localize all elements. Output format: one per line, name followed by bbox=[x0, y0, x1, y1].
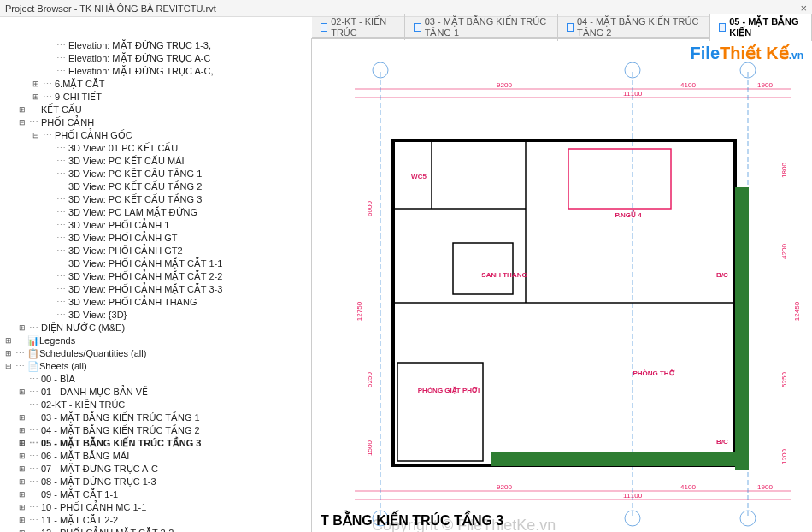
tree-item[interactable]: ⋯3D View: PHỐI CẢNH THANG bbox=[0, 296, 311, 309]
svg-text:PHÒNG GIẶT PHƠI: PHÒNG GIẶT PHƠI bbox=[418, 386, 480, 394]
tree-item[interactable]: ⊞⋯03 - MẶT BẰNG KIẾN TRÚC TẦNG 1 bbox=[0, 411, 311, 424]
view-tab[interactable]: 05 - MẶT BẰNG KIẾN bbox=[710, 14, 812, 41]
tree-item[interactable]: ⋯00 - BÌA bbox=[0, 373, 311, 386]
tree-item-label: 01 - DANH MỤC BẢN VẼ bbox=[41, 386, 148, 399]
tree-item-label: 3D View: PHỐI CẢNH 1 bbox=[68, 219, 169, 232]
collapse-icon[interactable]: ⊟ bbox=[31, 129, 41, 142]
tree-item[interactable]: ⋯3D View: PC KẾT CẤU TẦNG 3 bbox=[0, 193, 311, 206]
sheet-icon bbox=[414, 23, 421, 32]
drawing-canvas[interactable]: FileThiết Kế.vn Copyright © FileThietKe.… bbox=[312, 38, 812, 532]
tree-item[interactable]: ⊞⋯6.MẶT CẮT bbox=[0, 78, 311, 91]
tree-item-label: Elevation: MẶT ĐỨNG TRỤC 1-3, bbox=[68, 39, 211, 52]
tree-item[interactable]: ⊞⋯08 - MẶT ĐỨNG TRỤC 1-3 bbox=[0, 476, 311, 488]
view-tab[interactable]: 03 - MẶT BẰNG KIẾN TRÚC TẦNG 1 bbox=[405, 14, 557, 41]
tree-guide: ⋯ bbox=[29, 399, 39, 411]
svg-rect-20 bbox=[397, 363, 483, 461]
svg-text:4100: 4100 bbox=[680, 483, 696, 491]
expand-icon[interactable]: ⊞ bbox=[17, 488, 27, 501]
expand-icon[interactable]: ⊞ bbox=[17, 386, 27, 399]
tree-item[interactable]: ⊞⋯📊Legends bbox=[0, 334, 311, 347]
tree-item[interactable]: ⋯3D View: PHỐI CẢNH GT bbox=[0, 232, 311, 245]
tree-item[interactable]: ⊞⋯11 - MẶT CẮT 2-2 bbox=[0, 514, 311, 527]
tree-item[interactable]: ⋯3D View: PHỐI CẢNH 1 bbox=[0, 219, 311, 232]
tree-item-label: 3D View: PC KẾT CẤU TẦNG 1 bbox=[68, 168, 202, 180]
expand-icon[interactable]: ⊞ bbox=[17, 437, 27, 450]
tree-item-label: 3D View: PHỐI CẢNH MẶT CẮT 2-2 bbox=[68, 270, 222, 283]
tree-guide: ⋯ bbox=[29, 411, 39, 424]
tree-item[interactable]: ⊟⋯📄Sheets (all) bbox=[0, 360, 311, 373]
tree-item[interactable]: ⊞⋯10 - PHỐI CẢNH MC 1-1 bbox=[0, 501, 311, 514]
tree-item-label: Legends bbox=[39, 334, 75, 347]
svg-text:6000: 6000 bbox=[366, 201, 374, 216]
expand-icon[interactable]: ⊞ bbox=[17, 476, 27, 488]
expand-icon[interactable]: ⊞ bbox=[17, 463, 27, 476]
tree-item[interactable]: ⋯3D View: PHỐI CẢNH GT2 bbox=[0, 245, 311, 257]
expand-icon[interactable]: ⊞ bbox=[17, 103, 27, 116]
tree-item[interactable]: ⊟⋯PHỐI CẢNH GỐC bbox=[0, 129, 311, 142]
tree-item[interactable]: ⋯3D View: PC LAM MẶT ĐỨNG bbox=[0, 206, 311, 219]
tree-item[interactable]: ⊞⋯ĐIỆN NƯỚC (M&E) bbox=[0, 322, 311, 334]
main-area: ⋯Elevation: MẶT ĐỨNG TRỤC 1-3,⋯Elevation… bbox=[0, 38, 812, 532]
tree-item[interactable]: ⋯3D View: PHỐI CẢNH MẶT CẮT 3-3 bbox=[0, 283, 311, 296]
collapse-icon[interactable]: ⊟ bbox=[3, 360, 14, 373]
svg-text:PHÒNG THỜ: PHÒNG THỜ bbox=[633, 369, 674, 377]
tree-item[interactable]: ⊞⋯06 - MẶT BẰNG MÁI bbox=[0, 450, 311, 463]
tree-guide: ⋯ bbox=[29, 463, 39, 476]
tree-item[interactable]: ⋯3D View: PHỐI CẢNH MẶT CẮT 2-2 bbox=[0, 270, 311, 283]
tree-item[interactable]: ⋯3D View: PHỐI CẢNH MẶT CẮT 1-1 bbox=[0, 257, 311, 270]
tree-guide: ⋯ bbox=[56, 193, 67, 206]
tree-item[interactable]: ⋯3D View: PC KẾT CẤU TẦNG 1 bbox=[0, 168, 311, 180]
expand-icon[interactable]: ⊞ bbox=[31, 91, 41, 103]
tree-item[interactable]: ⋯Elevation: MẶT ĐỨNG TRỤC A-C bbox=[0, 52, 311, 65]
expand-icon[interactable]: ⊞ bbox=[17, 527, 27, 532]
tree-item[interactable]: ⊞⋯04 - MẶT BẰNG KIẾN TRÚC TẦNG 2 bbox=[0, 424, 311, 437]
tree-item-label: ĐIỆN NƯỚC (M&E) bbox=[41, 322, 125, 334]
tree-item[interactable]: ⋯3D View: PC KẾT CẤU MÁI bbox=[0, 155, 311, 168]
tree-item[interactable]: ⋯Elevation: MẶT ĐỨNG TRỤC A-C, bbox=[0, 65, 311, 78]
tree-item-label: 11 - MẶT CẮT 2-2 bbox=[41, 514, 118, 527]
expand-icon[interactable]: ⊞ bbox=[3, 347, 14, 360]
tree-item[interactable]: ⋯3D View: {3D} bbox=[0, 309, 311, 322]
tree-item[interactable]: ⊞⋯07 - MẶT ĐỨNG TRỤC A-C bbox=[0, 463, 311, 476]
tree-item[interactable]: ⋯3D View: 01 PC KẾT CẤU bbox=[0, 142, 311, 155]
expand-icon[interactable]: ⊞ bbox=[31, 78, 41, 91]
tree-guide: ⋯ bbox=[56, 245, 67, 257]
tree-guide: ⋯ bbox=[56, 39, 67, 52]
expand-icon[interactable]: ⊞ bbox=[17, 322, 27, 334]
collapse-icon[interactable]: ⊟ bbox=[17, 116, 27, 129]
expand-icon[interactable]: ⊞ bbox=[17, 411, 27, 424]
expand-icon[interactable]: ⊞ bbox=[17, 450, 27, 463]
tree-item[interactable]: ⊞⋯KẾT CẤU bbox=[0, 103, 311, 116]
svg-text:P.NGỦ 4: P.NGỦ 4 bbox=[615, 209, 642, 219]
tree-guide: ⋯ bbox=[56, 65, 67, 78]
expand-icon[interactable]: ⊞ bbox=[3, 334, 14, 347]
tree-item-label: 3D View: PHỐI CẢNH GT bbox=[68, 232, 177, 245]
tree-guide: ⋯ bbox=[29, 450, 39, 463]
tree-item[interactable]: ⊞⋯12 - PHỐI CẢNH MẶT CẮT 2-2 bbox=[0, 527, 311, 532]
tree-item-label: 3D View: {3D} bbox=[68, 309, 127, 322]
project-browser-tree[interactable]: ⋯Elevation: MẶT ĐỨNG TRỤC 1-3,⋯Elevation… bbox=[0, 38, 312, 532]
tree-item[interactable]: ⊟⋯PHỐI CẢNH bbox=[0, 116, 311, 129]
tree-item[interactable]: ⋯Elevation: MẶT ĐỨNG TRỤC 1-3, bbox=[0, 39, 311, 52]
view-tab[interactable]: 04 - MẶT BẰNG KIẾN TRÚC TẦNG 2 bbox=[558, 14, 710, 41]
tree-guide: ⋯ bbox=[29, 437, 39, 450]
expand-icon[interactable]: ⊞ bbox=[17, 514, 27, 527]
tree-item-label: PHỐI CẢNH bbox=[41, 116, 94, 129]
sheet-icon bbox=[567, 23, 574, 32]
expand-icon[interactable]: ⊞ bbox=[17, 501, 27, 514]
svg-text:1900: 1900 bbox=[757, 81, 773, 89]
tree-item[interactable]: ⋯3D View: PC KẾT CẤU TẦNG 2 bbox=[0, 180, 311, 193]
tree-guide: ⋯ bbox=[29, 488, 39, 501]
tree-item[interactable]: ⊞⋯01 - DANH MỤC BẢN VẼ bbox=[0, 386, 311, 399]
tree-guide: ⋯ bbox=[56, 296, 67, 309]
tree-guide: ⋯ bbox=[15, 360, 26, 373]
tree-item[interactable]: ⊞⋯09 - MẶT CẮT 1-1 bbox=[0, 488, 311, 501]
expand-icon[interactable]: ⊞ bbox=[17, 424, 27, 437]
view-tab[interactable]: 02-KT - KIẾN TRÚC bbox=[312, 14, 405, 40]
tree-item[interactable]: ⊞⋯05 - MẶT BẰNG KIẾN TRÚC TẦNG 3 bbox=[0, 437, 311, 450]
tree-item[interactable]: ⋯02-KT - KIẾN TRÚC bbox=[0, 399, 311, 411]
tree-guide: ⋯ bbox=[43, 91, 53, 103]
tree-item-label: 3D View: PC KẾT CẤU TẦNG 2 bbox=[68, 180, 202, 193]
tree-item[interactable]: ⊞⋯📋Schedules/Quantities (all) bbox=[0, 347, 311, 360]
tree-item[interactable]: ⊞⋯9-CHI TIẾT bbox=[0, 91, 311, 103]
